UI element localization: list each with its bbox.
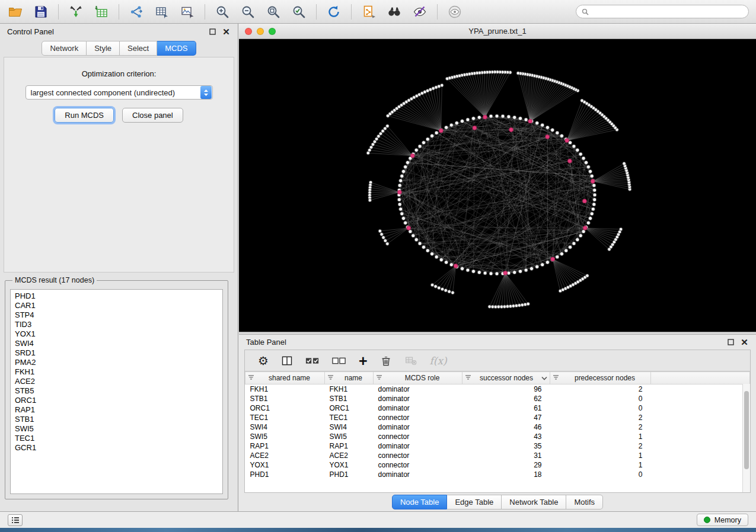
zoom-out-icon[interactable] [240,4,256,20]
cell[interactable]: PHD1 [245,470,325,479]
cell[interactable]: ORC1 [325,403,374,413]
cell[interactable] [651,394,750,403]
float-panel-icon[interactable] [208,27,217,36]
optimization-criterion-select[interactable]: largest connected component (undirected) [25,85,213,100]
cell[interactable]: dominator [374,394,462,403]
table-row[interactable]: FKH1FKH1dominator962 [245,384,750,394]
save-session-icon[interactable] [33,4,49,20]
cell[interactable]: dominator [374,470,462,479]
cell[interactable] [651,384,750,394]
cell[interactable]: 1 [550,451,651,460]
mcds-result-node[interactable]: ORC1 [15,396,218,405]
mcds-result-node[interactable]: PHD1 [15,291,218,301]
mcds-result-node[interactable]: STB1 [15,415,218,424]
mcds-result-node[interactable]: TEC1 [15,434,218,443]
tab-style[interactable]: Style [87,41,120,56]
sort-icon[interactable] [465,374,471,382]
cell[interactable]: FKH1 [325,384,374,394]
cell[interactable]: FKH1 [245,384,325,394]
cell[interactable]: 46 [462,422,550,432]
zoom-in-icon[interactable] [214,4,231,20]
mcds-result-node[interactable]: YOX1 [15,329,218,339]
export-table-icon[interactable] [154,4,170,20]
cell[interactable]: SWI5 [325,432,374,441]
cell[interactable]: RAP1 [245,441,325,451]
clone-network-icon[interactable] [361,4,377,20]
float-table-panel-icon[interactable] [726,338,735,347]
table-row[interactable]: SWI5SWI5connector431 [245,432,750,441]
cell[interactable] [651,413,750,422]
mcds-result-node[interactable]: SWI5 [15,424,218,434]
cell[interactable]: 62 [462,394,550,403]
table-row[interactable]: TEC1TEC1connector472 [245,413,750,422]
mcds-result-node[interactable]: PMA2 [15,358,218,367]
cell[interactable]: 31 [462,451,550,460]
cell[interactable]: 0 [550,470,651,479]
mcds-result-node[interactable]: CAR1 [15,301,218,310]
mcds-result-node[interactable]: SWI4 [15,339,218,348]
tab-mcds[interactable]: MCDS [157,41,196,56]
cell[interactable] [651,432,750,441]
tab-select[interactable]: Select [120,41,157,56]
mcds-result-node[interactable]: ACE2 [15,377,218,386]
mcds-result-list[interactable]: PHD1CAR1STP4TID3YOX1SWI4SRD1PMA2FKH1ACE2… [10,289,223,494]
refresh-view-icon[interactable] [326,4,342,20]
cell[interactable]: connector [374,432,462,441]
cell[interactable]: 35 [462,441,550,451]
cell[interactable]: 43 [462,432,550,441]
mcds-result-node[interactable]: FKH1 [15,367,218,377]
memory-button[interactable]: Memory [697,514,748,526]
sort-icon[interactable] [248,374,254,382]
cell[interactable] [651,460,750,470]
cell[interactable]: 2 [550,422,651,432]
close-table-panel-icon[interactable]: ✕ [740,338,749,347]
sort-icon[interactable] [553,374,559,382]
delete-column-icon[interactable] [380,354,392,368]
panel-menu-icon[interactable] [8,514,23,526]
mcds-result-node[interactable]: STB5 [15,386,218,396]
select-all-icon[interactable] [305,354,320,368]
scrollbar-thumb[interactable] [744,391,749,469]
binoculars-icon[interactable] [386,4,403,20]
mcds-result-node[interactable]: STP4 [15,310,218,320]
column-header-shared-name[interactable]: shared name [245,372,325,384]
run-mcds-button[interactable]: Run MCDS [55,108,114,123]
cell[interactable]: 61 [462,403,550,413]
preview-icon[interactable] [446,4,463,20]
mcds-result-node[interactable]: SRD1 [15,348,218,358]
table-row[interactable]: ACE2ACE2connector311 [245,451,750,460]
cell[interactable]: 2 [550,384,651,394]
cell[interactable]: ACE2 [325,451,374,460]
cell[interactable]: ACE2 [245,451,325,460]
cell[interactable]: 0 [550,394,651,403]
cell[interactable]: dominator [374,403,462,413]
cell[interactable]: connector [374,460,462,470]
search-box[interactable] [576,5,749,18]
cell[interactable]: SWI4 [245,422,325,432]
cell[interactable]: STB1 [245,394,325,403]
cell[interactable]: dominator [374,422,462,432]
column-header-MCDS-role[interactable]: MCDS role [374,372,462,384]
import-table-icon[interactable] [93,4,110,20]
cell[interactable]: 2 [550,413,651,422]
cell[interactable]: 1 [550,460,651,470]
node-table[interactable]: shared namenameMCDS rolesuccessor nodesp… [245,371,750,492]
cell[interactable]: dominator [374,384,462,394]
cell[interactable]: 96 [462,384,550,394]
cell[interactable]: 2 [550,441,651,451]
column-header-name[interactable]: name [325,372,374,384]
cell[interactable]: dominator [374,441,462,451]
network-graph[interactable] [239,39,756,332]
network-canvas[interactable] [239,39,756,332]
cell[interactable] [651,422,750,432]
zoom-selected-icon[interactable] [291,4,307,20]
cell[interactable] [651,470,750,479]
cell[interactable] [651,451,750,460]
cell[interactable]: 47 [462,413,550,422]
cell[interactable]: ORC1 [245,403,325,413]
tab-network[interactable]: Network [42,41,87,56]
table-row[interactable]: YOX1YOX1connector291 [245,460,750,470]
table-scrollbar[interactable] [742,384,750,492]
sort-icon[interactable] [327,374,334,382]
search-input[interactable] [592,8,743,16]
